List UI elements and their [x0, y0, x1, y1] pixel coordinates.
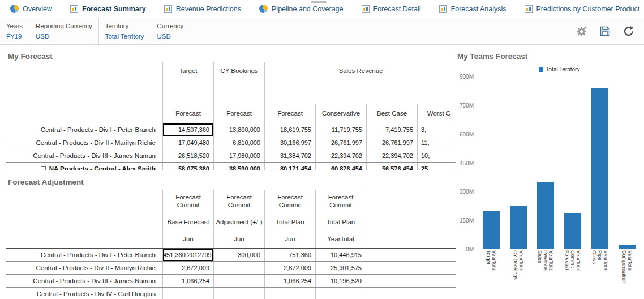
tab-overview[interactable]: Overview [10, 5, 52, 13]
bar[interactable] [564, 213, 581, 249]
x-label: Compensation YearTotal [613, 250, 641, 298]
refresh-icon[interactable] [622, 25, 635, 37]
table-cell[interactable]: 58,075,360 [162, 163, 213, 170]
table-cell[interactable] [213, 275, 264, 287]
table-cell-selected[interactable]: 14,507,360 [162, 123, 213, 136]
table-cell[interactable]: 30,166,997 [264, 136, 315, 149]
chart-title: My Teams Forecast [457, 52, 643, 61]
column-header: Worst C [417, 104, 456, 123]
table-cell[interactable]: 751,360 [264, 249, 315, 261]
collapse-icon[interactable] [41, 166, 46, 170]
pov-toolbar [575, 18, 635, 44]
table-cell[interactable]: 7,419,755 [366, 123, 417, 136]
forecast-tables-panel: My Forecast Target CY Bookings Sales Rev… [0, 45, 456, 299]
header-line: Forecast Commit [165, 194, 212, 209]
table-cell[interactable]: 11,719,755 [315, 123, 366, 136]
row-header-spacer [6, 104, 162, 123]
table-cell[interactable] [213, 288, 264, 299]
table-cell-selected[interactable]: 451,360.2012709 [162, 249, 213, 261]
pov-value-currency[interactable]: USD [157, 33, 184, 40]
table-cell[interactable]: 2,672,009 [264, 262, 315, 274]
header-line: Jun [165, 236, 212, 244]
row-header[interactable]: Central - Products - Div I - Peter Branc… [6, 249, 162, 261]
row-header[interactable]: Central - Products - Div I - Peter Branc… [6, 123, 162, 136]
row-header[interactable]: Central - Products - Div III - James Num… [6, 275, 162, 287]
column-header: Best Case [366, 104, 417, 123]
bar[interactable] [510, 206, 527, 249]
table-cell[interactable]: 1,066,254 [162, 275, 213, 287]
column-header: Forecast Commit Total Plan YearTotal [315, 190, 366, 248]
row-header[interactable]: Central - Products - Div II - Marilyn Ri… [6, 136, 162, 149]
table-cell[interactable]: 10, [417, 150, 456, 162]
table-cell[interactable]: 22,394,702 [366, 150, 417, 162]
column-header: Forecast Commit Total Plan Jun [264, 190, 315, 248]
tab-forecast-detail[interactable]: Forecast Detail [362, 5, 421, 13]
tab-revenue-predictions[interactable]: Revenue Predictions [164, 5, 241, 13]
table-cell[interactable]: 31,384,702 [264, 150, 315, 162]
table-cell[interactable] [264, 288, 315, 299]
bar-slot [586, 76, 613, 249]
table-cell[interactable]: 10,196,520 [315, 275, 366, 287]
tab-forecast-summary[interactable]: Forecast Summary [70, 5, 146, 13]
bar[interactable] [483, 211, 500, 249]
table-cell[interactable]: 17,980,000 [213, 150, 264, 162]
chart-bars [478, 76, 641, 249]
tab-label: Forecast Analysis [451, 5, 506, 13]
tab-label: Predictions by Customer Product [536, 5, 640, 13]
table-cell[interactable]: 25, [417, 163, 456, 170]
bar[interactable] [591, 88, 608, 249]
table-cell[interactable]: 18,619,755 [264, 123, 315, 136]
pov-value-territory[interactable]: Total Territory [105, 33, 144, 40]
table-cell[interactable]: 22,394,702 [315, 150, 366, 162]
table-cell[interactable]: 17,049,480 [162, 136, 213, 149]
x-label: Forecast Commit YearTotal [559, 250, 586, 298]
y-tick-label: 750M [460, 102, 478, 108]
table-cell[interactable]: 80,171,454 [264, 163, 315, 170]
table-cell[interactable] [315, 288, 366, 299]
table-cell[interactable]: 38,590,000 [213, 163, 264, 170]
tab-scroll-indicator [311, 1, 327, 3]
pov-value-years[interactable]: FY19 [6, 33, 23, 40]
pov-item-currency: Currency USD [151, 18, 190, 44]
pov-value-reporting-currency[interactable]: USD [36, 33, 92, 40]
chart-legend[interactable]: Total Territory [478, 66, 641, 72]
table-cell[interactable]: 10,446,915 [315, 249, 366, 261]
table-cell[interactable]: 2,672,009 [162, 262, 213, 274]
forecast-adjustment-rows: Central - Products - Div I - Peter Branc… [6, 249, 456, 299]
tab-label: Forecast Summary [82, 5, 146, 13]
row-header[interactable]: Central - Products - Div III - James Num… [6, 150, 162, 162]
bar[interactable] [619, 245, 636, 249]
tab-forecast-analysis[interactable]: Forecast Analysis [439, 5, 506, 13]
table-cell[interactable] [162, 288, 213, 299]
pie-chart-icon [259, 5, 268, 13]
pov-label: Currency [157, 23, 184, 29]
table-cell[interactable]: 300,000 [213, 249, 264, 261]
header-line: Total Plan [317, 219, 364, 227]
table-cell[interactable]: 6,810,000 [213, 136, 264, 149]
tab-predictions-by-customer-product[interactable]: Predictions by Customer Product [525, 5, 640, 13]
row-header[interactable]: Central - Products - Div IV - Carl Dougl… [6, 288, 162, 299]
table-cell[interactable]: 60,876,454 [315, 163, 366, 170]
save-icon[interactable] [599, 25, 611, 37]
table-cell[interactable]: 56,576,454 [366, 163, 417, 170]
bar-slot [505, 76, 532, 249]
table-cell[interactable]: 26,761,997 [366, 136, 417, 149]
table-cell[interactable]: 13,800,000 [213, 123, 264, 136]
table-cell[interactable] [213, 262, 264, 274]
table-cell[interactable]: 11, [417, 136, 456, 149]
table-cell[interactable]: 3, [417, 123, 456, 136]
row-header-spacer [6, 190, 162, 248]
row-header[interactable]: NA Products - Central - Alex Smith [6, 163, 162, 170]
tab-pipeline-and-coverage[interactable]: Pipeline and Coverage [259, 5, 343, 13]
table-cell[interactable]: 26,518,520 [162, 150, 213, 162]
bar[interactable] [537, 182, 554, 249]
table-cell[interactable]: 26,761,997 [315, 136, 366, 149]
grid-icon [439, 5, 447, 13]
pov-label: Reporting Currency [36, 23, 92, 29]
row-header[interactable]: Central - Products - Div II - Marilyn Ri… [6, 262, 162, 274]
table-cell[interactable]: 1,066,254 [264, 275, 315, 287]
y-tick-label: 150M [460, 217, 478, 224]
table-cell[interactable]: 25,901,575 [315, 262, 366, 274]
gear-icon[interactable] [575, 25, 587, 37]
my-forecast-group-header: Target CY Bookings Sales Revenue [6, 62, 456, 104]
